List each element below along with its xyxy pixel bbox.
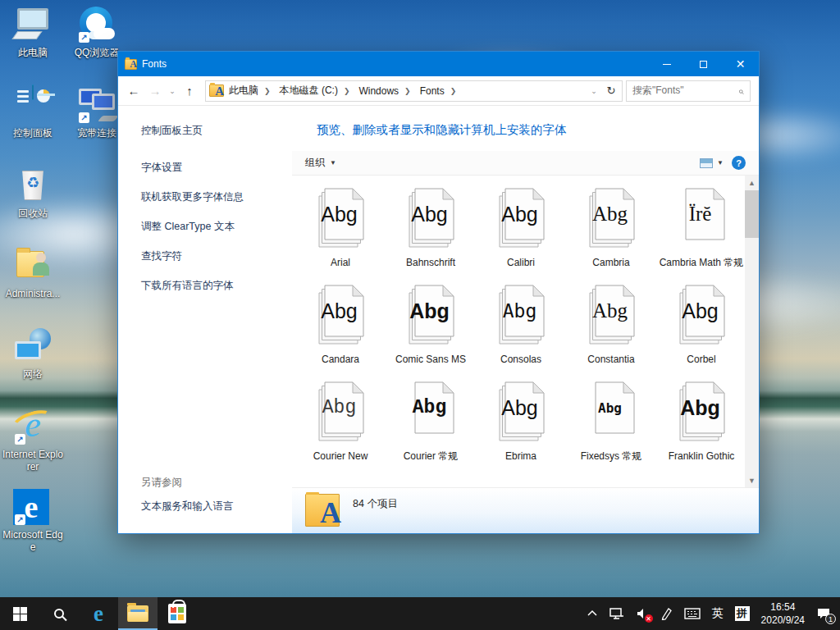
- desktop-icon[interactable]: e↗ Microsoft Edge: [2, 487, 64, 554]
- font-preview-text: Abg: [320, 189, 358, 240]
- sidebar-task-link[interactable]: 字体设置: [141, 161, 292, 175]
- desktop-icon-image: ♻: [13, 166, 52, 205]
- start-button[interactable]: [0, 597, 39, 630]
- taskbar-clock[interactable]: 16:54 2020/9/24: [756, 597, 810, 630]
- clock-date: 2020/9/24: [761, 614, 805, 627]
- font-name: Consolas: [476, 353, 566, 366]
- font-tile[interactable]: Abg Calibri: [476, 187, 566, 269]
- font-file-icon: Abg: [311, 284, 370, 349]
- taskbar-edge-button[interactable]: e: [79, 597, 118, 630]
- sidebar-task-link[interactable]: 查找字符: [141, 249, 292, 263]
- refresh-icon[interactable]: ↻: [600, 80, 622, 102]
- font-preview-text: Abg: [681, 382, 719, 433]
- font-file-icon: Abg: [401, 187, 460, 253]
- taskbar-store-button[interactable]: [158, 597, 197, 630]
- font-name: Cambria: [566, 256, 656, 269]
- breadcrumb-item[interactable]: Fonts ❯: [418, 85, 464, 97]
- font-tile[interactable]: Abg Cambria: [566, 187, 656, 269]
- font-tile[interactable]: Abg Courier New: [295, 381, 386, 463]
- address-dropdown-icon[interactable]: ⌄: [587, 80, 600, 102]
- ime-pinyin-icon: 拼: [735, 606, 750, 621]
- sidebar-task-link[interactable]: 调整 ClearType 文本: [141, 220, 292, 234]
- font-file-icon: Abg: [672, 381, 731, 446]
- breadcrumb-item[interactable]: 此电脑 ❯: [227, 84, 278, 98]
- breadcrumb-item[interactable]: 本地磁盘 (C:) ❯: [278, 84, 358, 98]
- close-button[interactable]: ✕: [722, 52, 759, 76]
- font-tile[interactable]: Abg Candara: [295, 284, 386, 366]
- desktop-icon-image: e↗: [13, 407, 52, 446]
- fonts-folder-icon: A: [209, 84, 224, 97]
- font-tile[interactable]: Abg Ebrima: [476, 381, 566, 463]
- clock-time: 16:54: [770, 600, 795, 614]
- touch-keyboard-tray-icon[interactable]: [678, 597, 706, 630]
- search-input[interactable]: 搜索"Fonts" ⌕: [626, 80, 751, 102]
- desktop-icon[interactable]: 网络: [2, 326, 64, 381]
- desktop-icon-label: Microsoft Edge: [2, 529, 64, 554]
- desktop-icon[interactable]: 此电脑: [2, 5, 64, 59]
- sidebar-item-control-panel-home[interactable]: 控制面板主页: [141, 124, 292, 138]
- breadcrumb-separator-icon: ❯: [399, 87, 417, 95]
- font-tile[interactable]: Abg Constantia: [566, 284, 656, 366]
- minimize-button[interactable]: [648, 52, 685, 76]
- taskbar: e ✕ 英 拼 16:54 2020/9/24: [0, 597, 840, 630]
- font-tile[interactable]: Abg Bahnschrift: [386, 187, 476, 269]
- scrollbar-thumb[interactable]: [745, 190, 759, 238]
- organize-button[interactable]: 组织 ▼: [305, 156, 336, 170]
- sidebar-see-also-link[interactable]: 文本服务和输入语言: [141, 500, 292, 514]
- font-list-area: Abg Arial Abg Bahnschrift: [292, 176, 745, 487]
- title-bar[interactable]: A Fonts ✕: [118, 52, 759, 76]
- font-preview-text: Abg: [410, 285, 449, 336]
- desktop-icon[interactable]: ♻ 回收站: [2, 166, 64, 220]
- desktop-icon[interactable]: 控制面板: [2, 85, 64, 139]
- ime-mode-button[interactable]: 拼: [729, 597, 756, 630]
- search-placeholder: 搜索"Fonts": [632, 84, 684, 98]
- sidebar-task-link[interactable]: 联机获取更多字体信息: [141, 190, 292, 204]
- font-preview-text: Abg: [320, 382, 358, 433]
- font-file-icon: Abg: [491, 381, 550, 446]
- font-tile[interactable]: Ïrĕ Cambria Math 常规: [656, 187, 745, 269]
- window-title: Fonts: [142, 58, 167, 70]
- font-tile[interactable]: Abg Comic Sans MS: [386, 284, 476, 366]
- font-preview-text: Abg: [320, 285, 358, 336]
- windows-ink-tray-icon[interactable]: [655, 597, 678, 630]
- taskbar-search-button[interactable]: [39, 597, 79, 630]
- font-file-icon: Ïrĕ: [672, 187, 731, 253]
- network-tray-icon[interactable]: [604, 597, 630, 630]
- desktop-icon[interactable]: Administra...: [2, 246, 64, 300]
- desktop-icon-label: 网络: [2, 368, 64, 381]
- maximize-button[interactable]: [685, 52, 722, 76]
- scroll-down-icon[interactable]: ▼: [745, 473, 759, 487]
- volume-tray-icon[interactable]: ✕: [630, 597, 655, 630]
- scroll-up-icon[interactable]: ▲: [745, 176, 759, 189]
- desktop-icon-image: ↗: [77, 5, 116, 44]
- font-tile[interactable]: Abg Franklin Gothic: [656, 381, 745, 463]
- forward-button[interactable]: →: [144, 80, 166, 102]
- font-tile[interactable]: Abg Consolas: [476, 284, 566, 366]
- vertical-scrollbar[interactable]: ▲ ▼: [745, 176, 759, 487]
- recent-locations-chevron-icon[interactable]: ⌄: [166, 80, 179, 102]
- help-button[interactable]: ?: [732, 156, 746, 170]
- font-name: Ebrima: [476, 450, 566, 463]
- breadcrumb-separator-icon: ❯: [445, 87, 463, 95]
- breadcrumb[interactable]: A 此电脑 ❯ 本地磁盘 (C:) ❯ Windows ❯ Fonts ❯ ⌄ …: [205, 80, 623, 102]
- views-icon: [700, 158, 713, 168]
- action-center-button[interactable]: 1: [810, 597, 837, 630]
- show-hidden-icons-button[interactable]: [581, 597, 604, 630]
- font-tile[interactable]: Abg Fixedsys 常规: [566, 381, 656, 463]
- up-button[interactable]: ↑: [179, 80, 200, 102]
- breadcrumb-item[interactable]: Windows ❯: [357, 85, 418, 97]
- font-name: Corbel: [656, 353, 745, 366]
- font-name: Courier 常规: [386, 450, 476, 463]
- language-indicator[interactable]: 英: [706, 597, 729, 630]
- close-icon: ✕: [736, 58, 746, 70]
- font-tile[interactable]: Abg Arial: [295, 187, 386, 269]
- font-tile[interactable]: Abg Corbel: [656, 284, 745, 366]
- sidebar-task-link[interactable]: 下载所有语言的字体: [141, 279, 292, 293]
- desktop-icon-label: 控制面板: [2, 127, 64, 139]
- font-tile[interactable]: Abg Courier 常规: [386, 381, 476, 463]
- back-button[interactable]: ←: [123, 80, 144, 102]
- font-preview-text: Abg: [410, 189, 449, 240]
- desktop-icon[interactable]: e↗ Internet Explorer: [2, 407, 64, 473]
- change-view-button[interactable]: ▼: [700, 158, 724, 168]
- taskbar-file-explorer-button[interactable]: [118, 597, 158, 630]
